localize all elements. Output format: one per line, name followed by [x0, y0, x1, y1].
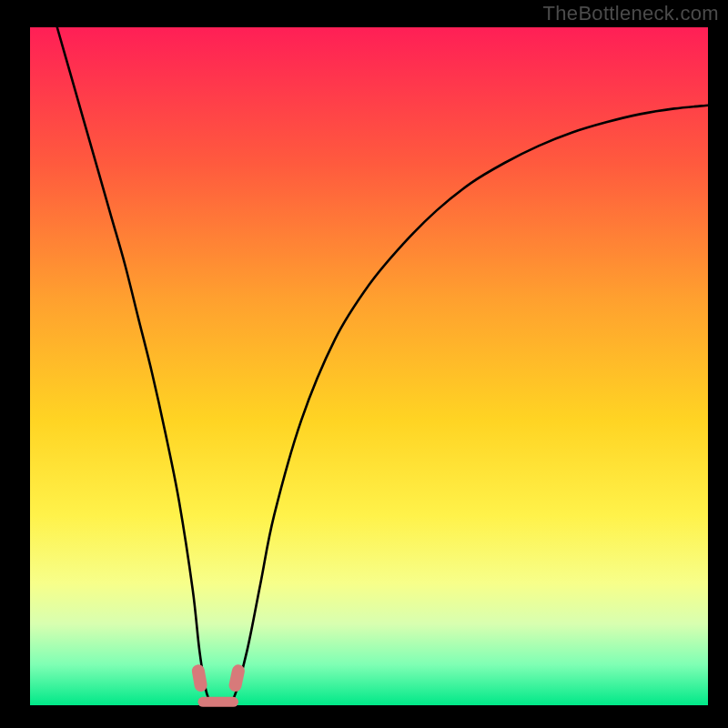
bottleneck-chart — [0, 0, 728, 728]
plot-background — [30, 27, 708, 705]
chart-frame: TheBottleneck.com — [0, 0, 728, 728]
watermark-text: TheBottleneck.com — [543, 2, 719, 25]
